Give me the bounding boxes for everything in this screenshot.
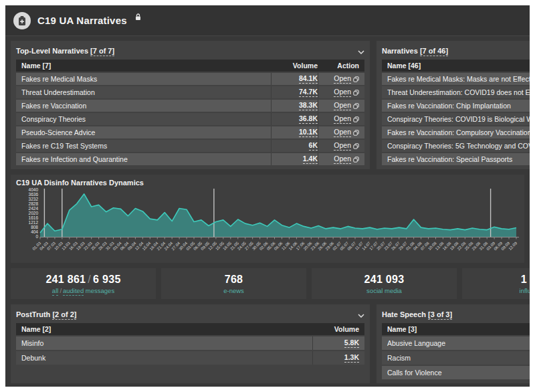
stat-value: 1 440 [521, 274, 530, 286]
column-name: Name [7] [21, 62, 271, 70]
narratives-table-header: Name [46] [382, 60, 530, 72]
narrative-link[interactable]: Conspiracy Theories: 5G Technology and C… [387, 142, 530, 150]
narrative-link[interactable]: Fakes re Vaccination [21, 102, 86, 110]
posttruth-link[interactable]: Misinfo [21, 339, 43, 347]
narrative-link[interactable]: Fakes re Vaccination: Compulsory Vaccina… [387, 128, 530, 136]
table-row: Calls for Violence [382, 366, 530, 379]
stat-label: influencers [520, 287, 530, 294]
table-row: Pseudo-Science Advice 10.1K Open [16, 126, 364, 138]
table-row: Conspiracy Theories 36.8K Open [16, 113, 364, 125]
volume-link[interactable]: 74.7K [299, 88, 318, 97]
hate-speech-table-header: Name [3] [382, 323, 530, 335]
svg-text:1616: 1616 [29, 215, 39, 220]
narratives-dynamics-chart: 0404808121216162020242428283232363640400… [16, 188, 519, 258]
narrative-link[interactable]: Pseudo-Science Advice [21, 128, 95, 136]
narrative-link[interactable]: Fakes re Vaccination: Chip Implantation [387, 102, 511, 110]
panel-top-level-count[interactable]: [7 of 7] [90, 47, 114, 56]
app-logo[interactable] [13, 12, 31, 29]
table-row: Fakes re Vaccination 38.3K Open [16, 100, 364, 112]
open-button[interactable]: Open [334, 128, 359, 137]
narrative-link[interactable]: Fakes re Vaccination: Special Passports [387, 155, 512, 163]
table-row: Threat Underestimation 74.7K Open [16, 86, 364, 98]
stat-card-messages: 241 861/6 935 all/audited messages [11, 268, 156, 299]
open-in-new-icon [353, 157, 359, 163]
stat-card-social-media: 241 093 social media [312, 268, 457, 299]
page-title: C19 UA Narratives [37, 15, 127, 26]
narrative-link[interactable]: Fakes re Medical Masks: Masks are not Ef… [387, 75, 530, 83]
panel-hate-speech-count[interactable]: [3 of 3] [428, 310, 452, 320]
panel-narratives-head: Narratives [7 of 46] [382, 45, 530, 57]
open-button[interactable]: Open [334, 114, 359, 124]
volume-link[interactable]: 1.3K [344, 353, 359, 363]
narrative-link[interactable]: Conspiracy Theories: COVID19 is Biologic… [387, 115, 530, 123]
hate-speech-link[interactable]: Abusive Language [387, 339, 445, 347]
panel-posttruth-head: PostTruth [2 of 2] [16, 308, 364, 320]
stat-card-influencers: 1 440 influencers [462, 268, 530, 299]
volume-link[interactable]: 5.8K [344, 338, 359, 348]
volume-link[interactable]: 36.8K [299, 114, 318, 124]
table-row: Fakes re Infection and Quarantine 1.4K O… [16, 153, 364, 165]
narrative-link[interactable]: Conspiracy Theories [21, 115, 86, 123]
svg-text:3636: 3636 [29, 192, 39, 197]
table-row: Abusive Language [382, 336, 530, 350]
posttruth-link[interactable]: Debunk [21, 354, 45, 362]
open-button[interactable]: Open [334, 141, 359, 151]
narrative-link[interactable]: Fakes re Medical Masks [21, 75, 97, 83]
panel-hate-speech: Hate Speech [3 of 3] Name [3] Abusive La… [377, 304, 530, 383]
volume-link[interactable]: 38.3K [299, 101, 318, 110]
panel-hate-speech-title: Hate Speech [3 of 3] [382, 310, 452, 318]
narrative-link[interactable]: Threat Underestimation: COVID19 does not… [387, 88, 530, 96]
stat-label: e-news [223, 287, 244, 294]
top-level-table-header: Name [7] Volume Action [16, 60, 364, 72]
column-name: Name [3] [387, 325, 530, 333]
svg-text:3232: 3232 [29, 197, 39, 201]
stats-row: 241 861/6 935 all/audited messages 768 e… [11, 268, 524, 299]
stat-value: 241 093 [364, 274, 405, 286]
table-row: Racism [382, 351, 530, 365]
column-action: Action [318, 60, 359, 72]
narrative-link[interactable]: Fakes re C19 Test Systems [21, 142, 107, 150]
chart-title: C19 UA Disinfo Narratives Dynamics [16, 179, 519, 187]
open-button[interactable]: Open [334, 155, 359, 164]
lock-icon [135, 11, 141, 23]
svg-text:1212: 1212 [29, 220, 39, 225]
hate-speech-link[interactable]: Calls for Violence [387, 369, 442, 377]
app-header: C19 UA Narratives [5, 5, 530, 36]
open-button[interactable]: Open [334, 74, 359, 84]
volume-link[interactable]: 84.1K [299, 74, 318, 84]
clipboard-plus-icon [16, 15, 28, 27]
open-in-new-icon [353, 130, 359, 136]
panel-posttruth-count[interactable]: [2 of 2] [52, 310, 76, 320]
column-volume: Volume [312, 323, 359, 335]
open-button[interactable]: Open [334, 101, 359, 110]
open-in-new-icon [353, 143, 359, 149]
panel-narratives-count[interactable]: [7 of 46] [420, 47, 448, 56]
chevron-down-icon[interactable] [358, 308, 364, 320]
panel-top-level-head: Top-Level Narratives [7 of 7] [16, 45, 364, 57]
stat-value: 241 861/6 935 [45, 274, 120, 286]
chevron-down-icon[interactable] [358, 45, 364, 57]
main-content: Top-Level Narratives [7 of 7] Name [7] V… [5, 36, 530, 387]
table-row: Misinfo 5.8K [16, 336, 364, 350]
audited-filter-link[interactable]: audited [63, 287, 84, 296]
open-button[interactable]: Open [334, 88, 359, 97]
svg-text:0: 0 [35, 234, 38, 239]
table-row: Fakes re C19 Test Systems 6K Open [16, 140, 364, 152]
volume-link[interactable]: 1.4K [303, 155, 318, 164]
svg-text:2020: 2020 [29, 211, 39, 215]
volume-link[interactable]: 10.1K [299, 128, 318, 137]
svg-text:12.09: 12.09 [508, 241, 518, 251]
stat-card-enews: 768 e-news [161, 268, 306, 299]
top-tables-row: Top-Level Narratives [7 of 7] Name [7] V… [11, 41, 524, 169]
column-name: Name [2] [21, 325, 312, 333]
panel-dynamics-chart: C19 UA Disinfo Narratives Dynamics 04048… [11, 175, 524, 263]
table-row: Fakes re Vaccination: Compulsory Vaccina… [382, 126, 530, 138]
all-filter-link[interactable]: all [52, 287, 59, 296]
table-row: Debunk 1.3K [16, 351, 364, 365]
narrative-link[interactable]: Fakes re Infection and Quarantine [21, 155, 128, 163]
volume-link[interactable]: 6K [309, 141, 318, 151]
bottom-tables-row: PostTruth [2 of 2] Name [2] Volume Misin… [11, 304, 524, 383]
column-name: Name [46] [387, 62, 530, 70]
narrative-link[interactable]: Threat Underestimation [21, 88, 95, 96]
hate-speech-link[interactable]: Racism [387, 354, 411, 362]
